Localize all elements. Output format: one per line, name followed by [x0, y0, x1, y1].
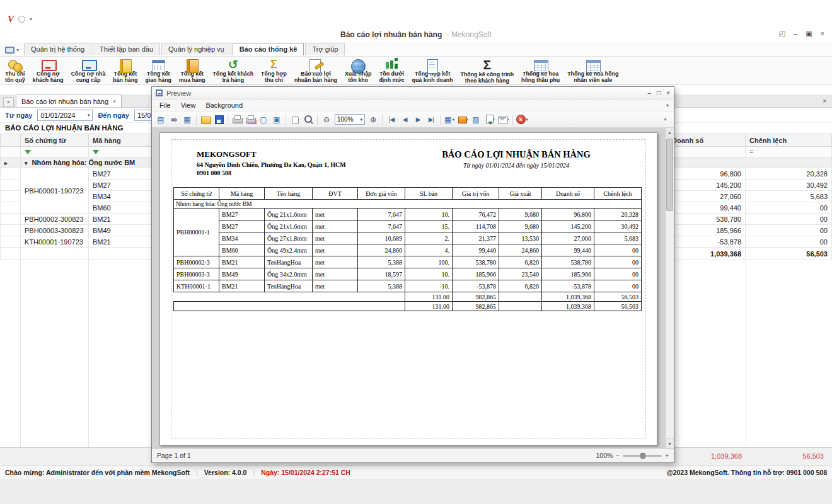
- filter-cell[interactable]: [1, 147, 21, 158]
- thumbnails-button[interactable]: ▦: [181, 113, 194, 126]
- multiple-pages-button[interactable]: ▦▾: [443, 113, 456, 126]
- button-tong-ket-ban-hang[interactable]: Tổng kết bán hàng: [109, 57, 141, 84]
- save-button[interactable]: [212, 113, 225, 126]
- filter-cell[interactable]: [89, 147, 161, 158]
- row-expander-icon[interactable]: ▸: [4, 160, 8, 166]
- tab-bao-cao-loi-nhuan-ban-hang[interactable]: Báo cáo lợi nhuận bán hàng ×: [16, 94, 122, 107]
- zoom-in-icon[interactable]: +: [665, 452, 669, 459]
- close-icon[interactable]: ×: [823, 98, 826, 105]
- close-icon[interactable]: ×: [113, 98, 116, 105]
- equals-operator[interactable]: =: [749, 148, 753, 156]
- export-button[interactable]: ▾: [483, 113, 495, 126]
- filter-funnel-icon[interactable]: [93, 150, 99, 154]
- col-header-so-chung-tu[interactable]: Số chứng từ: [21, 134, 89, 147]
- filter-cell[interactable]: [21, 147, 89, 158]
- button-tong-ket-giao-hang[interactable]: Tổng kết giao hàng: [141, 57, 175, 84]
- previous-page-button[interactable]: ◀: [398, 113, 411, 126]
- report-col-header: Chênh lệch: [594, 188, 642, 200]
- scale-button[interactable]: ▣: [270, 113, 283, 126]
- menu-background[interactable]: Background: [200, 101, 248, 110]
- cell-item: BM27: [89, 180, 161, 191]
- preview-titlebar[interactable]: Preview – □ ×: [152, 87, 674, 100]
- close-icon[interactable]: ×: [666, 89, 670, 96]
- button-tong-hop-thu-chi[interactable]: Σ Tổng hợp thu chi: [257, 57, 291, 84]
- tab-thiet-lap-ban-dau[interactable]: Thiết lập ban đầu: [93, 43, 160, 55]
- close-icon[interactable]: ×: [821, 30, 824, 38]
- table-grid-icon: [584, 58, 602, 71]
- cell: 30,492: [594, 220, 642, 232]
- button-thu-chi-ton-quy[interactable]: Thu chi tồn quỹ: [1, 57, 29, 84]
- open-button[interactable]: [199, 113, 212, 126]
- watermark-button[interactable]: ▨: [470, 113, 482, 126]
- maximize-icon[interactable]: ▣: [806, 30, 812, 38]
- quick-print-button[interactable]: [244, 113, 257, 126]
- zoom-out-button[interactable]: ⊖: [320, 113, 333, 126]
- menu-view[interactable]: View: [176, 101, 201, 110]
- close-preview-button[interactable]: ×▾: [516, 113, 529, 126]
- zoom-out-icon[interactable]: −: [616, 452, 620, 459]
- tab-bao-cao-thong-ke[interactable]: Báo cáo thống kê: [233, 43, 304, 55]
- zoom-slider-thumb[interactable]: [640, 453, 645, 459]
- record-circle-icon[interactable]: [18, 16, 25, 23]
- print-button[interactable]: [231, 113, 243, 126]
- button-tong-ket-mua-hang[interactable]: Tổng kết mua hàng: [175, 57, 209, 84]
- tab-quan-ly-nghiep-vu[interactable]: Quản lý nghiệp vụ: [161, 43, 231, 55]
- button-thong-ke-hoa-hong-thau-phu[interactable]: Thống kê hoa hồng thầu phụ: [517, 57, 563, 84]
- tab-tro-giup[interactable]: Trợ giúp: [305, 43, 345, 55]
- chevron-down-icon[interactable]: ▾: [30, 16, 32, 22]
- toolbar-separator: [382, 115, 383, 125]
- from-date-input[interactable]: 01/01/2024 ▾: [37, 110, 93, 121]
- minimize-icon[interactable]: –: [648, 89, 652, 96]
- page-color-button[interactable]: ▾: [456, 113, 469, 126]
- button-cong-no-nha-cung-cap[interactable]: Công nợ nhà cung cấp: [67, 57, 110, 84]
- close-tab-button[interactable]: ×: [3, 97, 14, 107]
- maximize-icon[interactable]: □: [657, 89, 661, 96]
- zoom-slider-track[interactable]: [623, 455, 662, 457]
- filter-cell[interactable]: =: [746, 147, 832, 158]
- button-xuat-nhap-ton-kho[interactable]: Xuất nhập tồn kho: [341, 57, 376, 84]
- next-page-button[interactable]: ▶: [412, 113, 424, 126]
- find-button[interactable]: ∞: [168, 113, 180, 126]
- system-menu[interactable]: ▾: [5, 47, 19, 54]
- scrollbar-thumb[interactable]: [666, 139, 673, 211]
- vertical-scrollbar[interactable]: ▲ ▼: [665, 128, 674, 448]
- filter-cell[interactable]: [668, 147, 746, 158]
- chevron-down-icon[interactable]: ▾: [88, 113, 90, 118]
- last-page-button[interactable]: ▶|: [425, 113, 437, 126]
- cell: [499, 292, 542, 302]
- send-email-button[interactable]: ▾: [496, 113, 510, 126]
- col-header-doanh-so[interactable]: Doanh số: [668, 134, 746, 147]
- button-tong-hop-ket-qua-kinh-doanh[interactable]: Tổng hợp kết quả kinh doanh: [408, 57, 457, 84]
- magnifier-button[interactable]: [302, 113, 315, 126]
- button-thong-ke-hoa-hong-nhan-vien-sale[interactable]: Thống kê hoa hồng nhân viên sale: [563, 57, 622, 84]
- menu-file[interactable]: File: [154, 101, 176, 110]
- chevron-down-icon[interactable]: ▾: [666, 103, 671, 108]
- page-setup-button[interactable]: ▢: [257, 113, 270, 126]
- button-thong-ke-cong-trinh[interactable]: Σ Thống kê công trình theo khách hàng: [457, 57, 518, 84]
- tab-quan-tri-he-thong[interactable]: Quản trị hệ thống: [24, 43, 91, 55]
- scroll-down-icon[interactable]: ▼: [666, 438, 674, 448]
- col-header-chenh-lech[interactable]: Chênh lệch: [746, 134, 832, 147]
- filter-funnel-icon[interactable]: [25, 150, 31, 154]
- cell: [174, 292, 405, 302]
- zoom-in-button[interactable]: ⊕: [367, 113, 379, 126]
- hand-tool-button[interactable]: [289, 113, 301, 126]
- button-ton-duoi-dinh-muc[interactable]: Tồn dưới định mức: [375, 57, 408, 84]
- button-label: khách hàng: [33, 77, 64, 84]
- button-bao-cao-loi-nhuan-ban-hang[interactable]: Báo cáo lợi nhuận bán hàng: [291, 57, 341, 84]
- zoom-level-combo[interactable]: 100% ▾: [335, 114, 365, 125]
- button-tong-ket-khach-tra-hang[interactable]: ↺ Tổng kết khách trả hàng: [209, 57, 258, 84]
- toolbar-options-button[interactable]: ▾: [659, 113, 671, 126]
- col-header-ma-hang[interactable]: Mã hàng: [89, 134, 161, 147]
- cell: 6,820: [499, 256, 542, 268]
- button-cong-no-khach-hang[interactable]: Công nợ khách hàng: [29, 57, 67, 84]
- restore-icon[interactable]: ◰: [779, 30, 785, 38]
- minimize-icon[interactable]: –: [794, 30, 797, 38]
- cell: 9,680: [499, 220, 542, 232]
- report-col-header: Tên hàng: [265, 188, 313, 200]
- scroll-up-icon[interactable]: ▲: [666, 128, 674, 137]
- cell: 21,377: [453, 232, 499, 244]
- group-collapse-icon[interactable]: ▾: [25, 160, 28, 166]
- first-page-button[interactable]: |◀: [385, 113, 398, 126]
- document-map-button[interactable]: ▤: [154, 113, 167, 126]
